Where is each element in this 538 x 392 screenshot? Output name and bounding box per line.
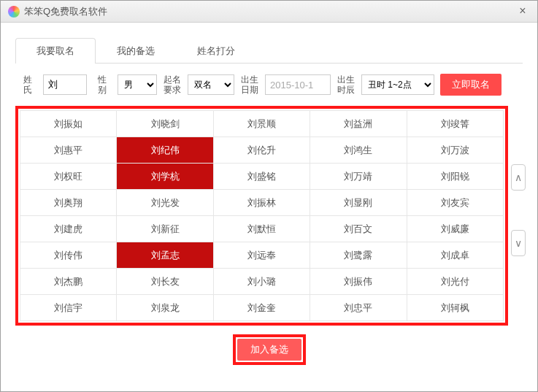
name-cell[interactable]: 刘信宇 xyxy=(20,295,117,321)
name-cell[interactable]: 刘竣箐 xyxy=(407,111,503,137)
name-cell[interactable]: 刘百文 xyxy=(310,216,407,242)
name-cell[interactable]: 刘远奉 xyxy=(213,242,310,269)
name-cell[interactable]: 刘振如 xyxy=(20,111,117,137)
name-cell[interactable]: 刘纪伟 xyxy=(117,137,213,164)
name-cell[interactable]: 刘新征 xyxy=(117,216,213,242)
titlebar: 笨笨Q免费取名软件 × xyxy=(1,1,537,23)
name-cell[interactable]: 刘奥翔 xyxy=(20,190,117,216)
name-cell[interactable]: 刘轲枫 xyxy=(407,295,503,321)
name-cell[interactable]: 刘鸿生 xyxy=(310,137,407,164)
name-cell[interactable]: 刘惠平 xyxy=(20,137,117,164)
surname-label: 姓 氏 xyxy=(18,74,37,96)
scroll-down-button[interactable]: ∨ xyxy=(511,230,526,256)
name-grid: 刘振如刘晓剑刘景顺刘益洲刘竣箐刘惠平刘纪伟刘伦升刘鸿生刘万波刘权旺刘学杭刘盛铭刘… xyxy=(20,110,504,321)
gender-select[interactable]: 男 xyxy=(118,74,157,95)
birthdate-input[interactable] xyxy=(265,74,331,95)
name-cell[interactable]: 刘振林 xyxy=(213,190,310,216)
name-cell[interactable]: 刘光发 xyxy=(117,190,213,216)
add-button-highlight: 加入备选 xyxy=(233,334,306,365)
name-cell[interactable]: 刘阳锐 xyxy=(407,164,503,190)
name-cell[interactable]: 刘万靖 xyxy=(310,164,407,190)
tab-favorites[interactable]: 我的备选 xyxy=(96,38,176,64)
name-cell[interactable]: 刘学杭 xyxy=(117,164,213,190)
app-window: 笨笨Q免费取名软件 × 我要取名 我的备选 姓名打分 姓 氏 性 别 男 起名 … xyxy=(0,0,538,392)
name-cell[interactable]: 刘景顺 xyxy=(213,111,310,137)
nametype-label: 起名 要求 xyxy=(163,74,182,96)
footer: 加入备选 xyxy=(15,334,523,365)
name-cell[interactable]: 刘杰鹏 xyxy=(20,269,117,295)
tabs: 我要取名 我的备选 姓名打分 xyxy=(15,37,523,64)
tab-score[interactable]: 姓名打分 xyxy=(176,38,256,64)
name-cell[interactable]: 刘建虎 xyxy=(20,216,117,242)
name-cell[interactable]: 刘振伟 xyxy=(310,269,407,295)
birthhour-label: 出生 时辰 xyxy=(337,74,356,96)
window-title: 笨笨Q免费取名软件 xyxy=(24,5,515,18)
nametype-select[interactable]: 双名 xyxy=(188,74,234,95)
name-cell[interactable]: 刘万波 xyxy=(407,137,503,164)
name-cell[interactable]: 刘忠平 xyxy=(310,295,407,321)
add-to-favorites-button[interactable]: 加入备选 xyxy=(237,339,301,361)
name-cell[interactable]: 刘光付 xyxy=(407,269,503,295)
app-logo-icon xyxy=(8,6,20,18)
form-row: 姓 氏 性 别 男 起名 要求 双名 出生 日期 出生 时辰 丑时 1~2点 立… xyxy=(15,74,523,96)
name-cell[interactable]: 刘显刚 xyxy=(310,190,407,216)
name-cell[interactable]: 刘传伟 xyxy=(20,242,117,269)
name-cell[interactable]: 刘盛铭 xyxy=(213,164,310,190)
name-cell[interactable]: 刘益洲 xyxy=(310,111,407,137)
name-cell[interactable]: 刘威廉 xyxy=(407,216,503,242)
name-cell[interactable]: 刘成卓 xyxy=(407,242,503,269)
name-cell[interactable]: 刘晓剑 xyxy=(117,111,213,137)
birthdate-label: 出生 日期 xyxy=(240,74,259,96)
name-cell[interactable]: 刘权旺 xyxy=(20,164,117,190)
name-cell[interactable]: 刘友宾 xyxy=(407,190,503,216)
surname-input[interactable] xyxy=(43,74,87,95)
content-area: 我要取名 我的备选 姓名打分 姓 氏 性 别 男 起名 要求 双名 出生 日期 … xyxy=(1,23,537,391)
name-cell[interactable]: 刘伦升 xyxy=(213,137,310,164)
generate-button[interactable]: 立即取名 xyxy=(440,74,502,96)
name-cell[interactable]: 刘金奎 xyxy=(213,295,310,321)
name-cell[interactable]: 刘泉龙 xyxy=(117,295,213,321)
gender-label: 性 别 xyxy=(93,74,112,96)
name-grid-container: 刘振如刘晓剑刘景顺刘益洲刘竣箐刘惠平刘纪伟刘伦升刘鸿生刘万波刘权旺刘学杭刘盛铭刘… xyxy=(15,106,508,326)
name-cell[interactable]: 刘长友 xyxy=(117,269,213,295)
scroll-up-button[interactable]: ∧ xyxy=(511,164,526,191)
tab-naming[interactable]: 我要取名 xyxy=(15,38,96,64)
name-cell[interactable]: 刘孟志 xyxy=(117,242,213,269)
name-cell[interactable]: 刘默恒 xyxy=(213,216,310,242)
name-cell[interactable]: 刘小璐 xyxy=(213,269,310,295)
name-cell[interactable]: 刘鹭露 xyxy=(310,242,407,269)
close-icon[interactable]: × xyxy=(515,4,530,19)
birthhour-select[interactable]: 丑时 1~2点 xyxy=(361,74,434,95)
